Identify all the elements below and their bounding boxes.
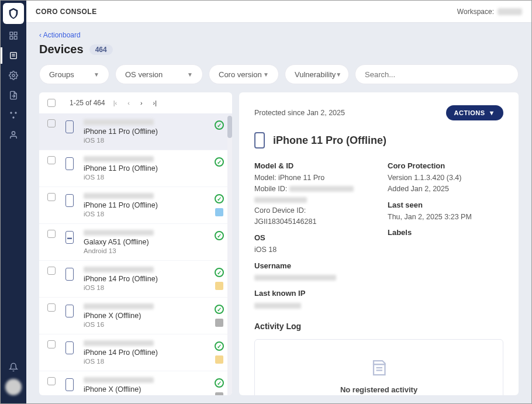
filter-coro-version[interactable]: Coro version ▼ [209,64,279,84]
device-email [84,303,154,309]
label-chip [215,392,223,395]
device-os: iOS 16 [84,321,206,328]
device-email [84,119,154,125]
device-os: iOS 16 [84,395,206,395]
device-email [84,267,154,272]
workspace-label: Workspace: [457,8,494,16]
protection-label: Coro Protection [388,161,503,170]
label-chip [215,208,223,216]
row-checkbox[interactable] [47,119,56,127]
device-name: iPhone 14 Pro (Offline) [84,348,206,357]
nav-settings[interactable] [5,67,22,84]
device-row[interactable]: ▬Galaxy A51 (Offline)Android 13✓ [39,224,232,261]
page-title: Devices [39,43,84,56]
filter-os-version[interactable]: OS version ▼ [115,64,203,84]
coro-logo-icon [7,7,20,20]
device-name: Galaxy A51 (Offline) [84,238,206,246]
row-checkbox[interactable] [47,267,56,275]
row-checkbox[interactable] [47,193,56,201]
svg-rect-0 [10,32,13,35]
pager-last[interactable]: ›| [151,98,160,108]
device-email [84,156,154,162]
status-ok-icon: ✓ [215,194,224,203]
pager-prev[interactable]: ‹ [125,98,132,108]
row-checkbox[interactable] [47,230,56,238]
filter-groups[interactable]: Groups ▼ [39,64,109,84]
activity-empty-text: No registered activity [340,385,417,394]
device-count-badge: 464 [89,44,113,55]
device-row[interactable]: iPhone 14 Pro (Offline)iOS 18✓ [39,334,232,371]
chevron-down-icon: ▼ [489,109,495,116]
detail-title: iPhone 11 Pro (Offline) [273,134,386,147]
model-id-label: Model & ID [254,161,370,170]
logo [3,3,24,24]
device-list-panel: 1-25 of 464 |‹ ‹ › ›| iPhone 11 Pro (Off… [39,92,232,395]
chevron-down-icon: ▼ [94,71,99,78]
breadcrumb[interactable]: ‹ Actionboard [39,31,519,39]
nav-devices[interactable] [5,47,22,64]
phone-icon [65,120,74,133]
select-all-checkbox[interactable] [47,99,56,107]
status-ok-icon: ✓ [215,305,224,314]
device-row[interactable]: iPhone 11 Pro (Offline)iOS 18✓ [39,113,232,150]
device-name: iPhone 11 Pro (Offline) [84,127,206,136]
device-os: iOS 18 [84,358,206,365]
label-chip [215,319,223,327]
device-detail-panel: Protected since Jan 2, 2025 ACTIONS ▼ iP… [239,92,519,395]
mobile-id-value2 [254,197,307,203]
left-sidebar [1,1,26,403]
list-scrollbar-thumb[interactable] [227,116,232,138]
notifications-icon[interactable] [5,359,22,375]
svg-rect-2 [10,36,13,39]
os-value: iOS 18 [254,244,370,255]
device-row[interactable]: iPhone 14 Pro (Offline)iOS 18✓ [39,261,232,298]
device-row[interactable]: iPhone X (Offline)iOS 16✓ [39,298,232,334]
device-os: iOS 18 [84,137,206,144]
workspace-name[interactable] [498,8,522,15]
device-os: iOS 18 [84,210,206,217]
device-row[interactable]: iPhone 11 Pro (Offline)iOS 18✓ [39,187,232,224]
status-ok-icon: ✓ [215,268,224,277]
nav-network[interactable] [5,107,22,123]
svg-point-12 [12,132,15,134]
avatar[interactable] [5,379,22,395]
nav-user[interactable] [5,127,22,143]
phone-icon [65,268,74,281]
search-input[interactable] [365,70,509,79]
phone-icon [65,194,74,207]
actions-button[interactable]: ACTIONS ▼ [446,105,503,120]
row-checkbox[interactable] [47,377,56,385]
device-email [84,193,154,199]
device-email [84,230,154,236]
device-row[interactable]: iPhone 11 Pro (Offline)iOS 18✓ [39,150,232,187]
row-checkbox[interactable] [47,340,56,348]
username-label: Username [254,261,370,270]
device-name: iPhone X (Offline) [84,385,206,393]
username-value [254,275,336,281]
status-ok-icon: ✓ [215,157,224,167]
pager-info: 1-25 of 464 [70,99,105,107]
status-ok-icon: ✓ [215,120,224,130]
ip-value [254,303,301,309]
list-scrollbar[interactable] [227,116,232,395]
pager-next[interactable]: › [138,98,145,108]
filter-vulnerability[interactable]: Vulnerability ▼ [285,64,349,84]
device-row[interactable]: iPhone X (Offline)iOS 16✓ [39,371,232,395]
protection-added: Added Jan 2, 2025 [388,184,503,195]
nav-dashboard[interactable] [5,27,22,44]
search-box[interactable] [355,64,519,84]
svg-rect-1 [14,32,17,35]
nav-export[interactable] [5,87,22,103]
device-os: iOS 18 [84,174,206,181]
row-checkbox[interactable] [47,156,56,164]
svg-point-9 [10,112,12,113]
pager-first[interactable]: |‹ [111,98,120,108]
status-ok-icon: ✓ [215,341,224,351]
app-title: CORO CONSOLE [36,8,97,16]
topbar: CORO CONSOLE Workspace: [26,1,531,23]
labels-label: Labels [388,228,503,237]
row-checkbox[interactable] [47,303,56,312]
phone-icon: ▬ [65,231,74,244]
svg-point-7 [12,74,15,77]
last-seen-value: Thu, Jan 2, 2025 3:23 PM [388,212,503,223]
